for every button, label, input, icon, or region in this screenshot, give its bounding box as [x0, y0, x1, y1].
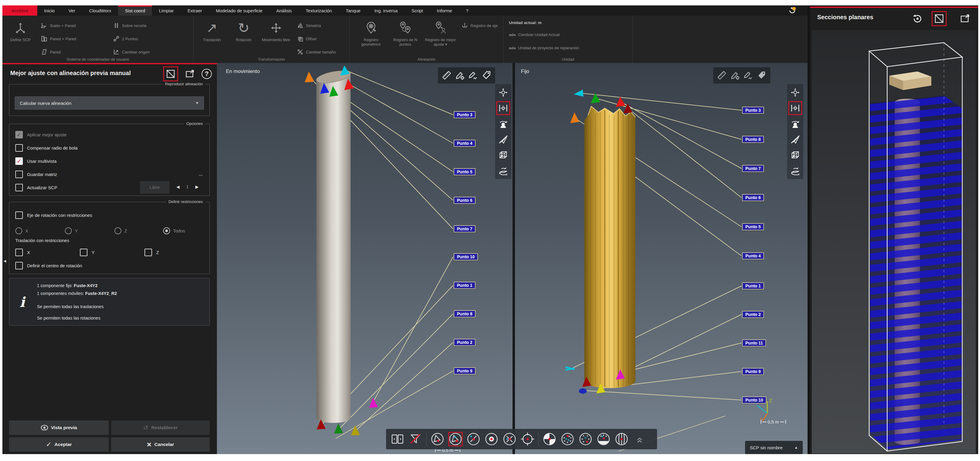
help-icon[interactable]: ?: [200, 67, 213, 81]
menu-help[interactable]: ?: [459, 5, 475, 16]
reset-icon[interactable]: [911, 12, 924, 25]
radio-z[interactable]: [115, 227, 121, 234]
cambiar-unidad-button[interactable]: m/in Cambiar Unidad Actual: [509, 32, 560, 37]
orbit-view-icon[interactable]: [789, 86, 802, 99]
target-triangle-points-icon[interactable]: [448, 432, 463, 446]
filter-off-icon[interactable]: [408, 432, 423, 446]
dock-mode-icon[interactable]: [932, 12, 946, 25]
point-label[interactable]: Punto 9: [742, 368, 764, 375]
target-ring-icon[interactable]: [484, 432, 499, 446]
panel-collapse-handle[interactable]: ◀: [2, 256, 7, 265]
crosshair-target-icon[interactable]: [520, 432, 535, 446]
tag-label-icon[interactable]: [481, 70, 492, 81]
registro-n-puntos-button[interactable]: Registro de N puntos: [389, 17, 422, 47]
traslacion-button[interactable]: ↗ Traslación: [196, 17, 227, 42]
fly-view-icon[interactable]: [496, 133, 510, 146]
sync-status-icon[interactable]: [788, 6, 796, 14]
centro-rotacion-checkbox[interactable]: [15, 262, 23, 269]
stepper-prev-button[interactable]: ◀: [177, 184, 180, 189]
dos-puntos-button[interactable]: 2 Puntos: [113, 35, 138, 42]
radio-todos[interactable]: [163, 227, 170, 234]
undock-window-icon[interactable]: [183, 67, 196, 81]
point-cloud-target-icon[interactable]: [560, 432, 575, 446]
point-label[interactable]: Punto 11: [742, 339, 766, 347]
annotate-freehand-icon[interactable]: [743, 70, 754, 81]
alignment-mode-dropdown[interactable]: Calcular nueva alineación ▼: [15, 96, 204, 110]
target-triangle-icon[interactable]: [430, 432, 445, 446]
viewport-splitter[interactable]: [512, 63, 515, 454]
orbit-view-icon[interactable]: [496, 86, 510, 99]
menu-extraer[interactable]: Extraer: [181, 5, 209, 16]
point-label[interactable]: Punto 1: [742, 282, 764, 289]
fly-view-icon[interactable]: [789, 133, 802, 146]
registro-eje-button[interactable]: Registro de eje: [461, 22, 498, 29]
cambiar-tamano-button[interactable]: Cambiar tamaño: [297, 49, 336, 55]
registro-mejor-ajuste-button[interactable]: Registro de mejor ajuste ▾: [423, 17, 458, 47]
movimiento-libre-button[interactable]: Movimiento libre: [260, 17, 292, 42]
zoom-box-icon[interactable]: [496, 148, 510, 162]
menu-ing-inversa[interactable]: Ing. inversa: [368, 5, 405, 16]
libre-button[interactable]: Libre: [140, 181, 169, 194]
point-label[interactable]: Punto 10: [453, 253, 478, 261]
target-line-icon[interactable]: [466, 432, 481, 446]
menu-sist-coord[interactable]: Sist coord: [118, 5, 152, 16]
traslacion-y-checkbox[interactable]: [80, 249, 88, 256]
rotate-box-icon[interactable]: [496, 164, 510, 177]
point-label[interactable]: Punto 8: [453, 310, 476, 318]
rotate-box-icon[interactable]: [789, 164, 802, 177]
menu-ver[interactable]: Ver: [62, 5, 82, 16]
undock-window-icon[interactable]: [958, 12, 972, 25]
radio-x[interactable]: [15, 227, 22, 234]
point-label[interactable]: Punto 3: [742, 107, 764, 114]
walkthrough-view-icon[interactable]: [496, 117, 510, 130]
sobre-recorte-button[interactable]: Sobre recorte: [113, 22, 146, 29]
constrained-pan-icon[interactable]: [496, 102, 510, 115]
point-label[interactable]: Punto 7: [742, 165, 764, 172]
constrained-pan-icon[interactable]: [789, 102, 802, 115]
viewport-fixed[interactable]: Z X Y Fijo Punto 3 Punto 8 Punto 7 Punto…: [515, 63, 808, 454]
menu-informe[interactable]: Informe: [430, 5, 459, 16]
aceptar-button[interactable]: ✓ Aceptar: [9, 437, 109, 452]
compensar-radio-checkbox[interactable]: [15, 144, 23, 152]
rotacion-button[interactable]: ↻ Rotación: [228, 17, 259, 42]
aplicar-mejor-ajuste-checkbox[interactable]: ✓: [15, 131, 23, 138]
zoom-box-icon[interactable]: [789, 148, 802, 162]
menu-analisis[interactable]: Análisis: [269, 5, 299, 16]
menu-archivo[interactable]: Archivo: [2, 5, 37, 16]
unidad-proyecto-button[interactable]: m/in Unidad de proyecto de reparación: [509, 46, 579, 50]
annotate-pencil-icon[interactable]: [730, 70, 740, 81]
simetria-button[interactable]: Simetría: [297, 22, 321, 29]
tag-label-icon[interactable]: [756, 70, 767, 81]
point-label[interactable]: Punto 5: [453, 168, 476, 175]
menu-texturizacion[interactable]: Texturización: [299, 5, 339, 16]
cylinder-target-icon[interactable]: [614, 432, 629, 446]
point-label[interactable]: Punto 3: [453, 111, 476, 118]
dock-mode-icon[interactable]: [164, 67, 177, 81]
vista-previa-button[interactable]: Vista previa: [9, 420, 109, 435]
menu-inicio[interactable]: Inicio: [37, 5, 62, 16]
point-label[interactable]: Punto 6: [742, 194, 764, 201]
menu-cloudworx[interactable]: CloudWorx: [82, 5, 118, 16]
traslacion-z-checkbox[interactable]: [145, 249, 152, 256]
collapse-toolbar-icon[interactable]: [632, 432, 647, 446]
definir-scp-button[interactable]: Definir SCP: [6, 17, 34, 42]
point-label[interactable]: Punto 10: [742, 396, 767, 404]
ruler-icon[interactable]: [717, 70, 727, 81]
menu-limpiar[interactable]: Limpiar: [152, 5, 181, 16]
stepper-next-button[interactable]: ▶: [195, 184, 199, 189]
point-cloud-target-2-icon[interactable]: [578, 432, 593, 446]
point-label[interactable]: Punto 7: [453, 225, 476, 232]
ruler-icon[interactable]: [442, 70, 452, 81]
eje-rotacion-checkbox[interactable]: [15, 211, 23, 219]
sections-preview-3d[interactable]: [812, 30, 976, 453]
annotate-freehand-icon[interactable]: [468, 70, 478, 81]
point-label[interactable]: Punto 4: [453, 140, 476, 147]
offset-button[interactable]: Offset: [297, 35, 317, 42]
pared-button[interactable]: Pared: [41, 49, 61, 55]
point-label[interactable]: Punto 5: [742, 223, 764, 230]
menu-script[interactable]: Script: [405, 5, 430, 16]
point-label[interactable]: Punto 8: [742, 136, 764, 143]
split-view-icon[interactable]: [390, 432, 405, 446]
point-label[interactable]: Punto 1: [453, 282, 476, 289]
walkthrough-view-icon[interactable]: [789, 117, 802, 130]
